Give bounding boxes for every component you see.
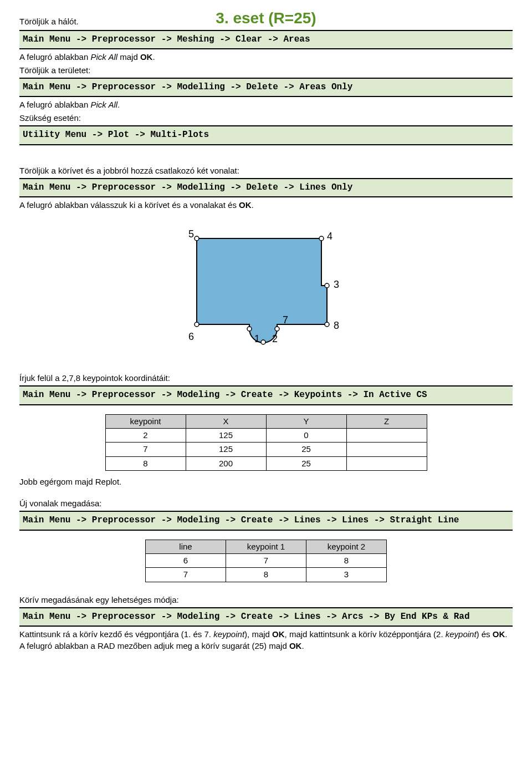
arc-method-label: Körív megadásának egy lehetséges módja: [19,594,513,606]
command-clear-areas: Main Menu -> Preprocessor -> Meshing -> … [19,30,513,50]
title-row: 3. eset (R=25) Töröljük a hálót. [19,6,513,29]
text: ) és [477,629,493,639]
text: Kattintsunk rá a körív kezdő és végpontj… [19,629,213,639]
new-lines-label: Új vonalak megadása: [19,498,513,509]
text: ), majd [244,629,272,639]
table-header: keypoint X Y Z [105,414,427,428]
command-delete-areas: Main Menu -> Preprocessor -> Modelling -… [19,78,513,98]
note-pickall: A felugró ablakban Pick All. [19,99,513,110]
table-row: 8 200 25 [105,456,427,470]
kp2: 2 [272,333,278,344]
table-row: 6 7 8 [146,554,387,568]
col-kp1: keypoint 1 [226,540,306,553]
kp3: 3 [334,279,339,290]
overwrite-kp-label: Írjuk felül a 2,7,8 keypointok koordinát… [19,373,513,384]
text: . [117,100,120,109]
arc-instructions: Kattintsunk rá a körív kezdő és végpontj… [19,629,513,652]
ok: OK [239,200,252,210]
keypoint: keypoint [213,629,244,639]
keypoints-table: keypoint X Y Z 2 125 0 7 125 25 8 200 25 [105,414,427,471]
text: . [252,200,254,210]
if-needed-label: Szükség esetén: [19,113,513,124]
svg-point-3 [325,322,329,327]
pickall: Pick All [90,100,117,109]
col-x: X [186,414,266,428]
table-row: 2 125 0 [105,429,427,443]
command-arc-by-end-kps: Main Menu -> Preprocessor -> Modeling ->… [19,607,513,627]
col-kp2: keypoint 2 [306,540,387,553]
command-create-keypoints: Main Menu -> Preprocessor -> Modeling ->… [19,385,513,405]
figure-keypoints: 5 4 3 8 7 2 1 6 [19,219,513,360]
page-title: 3. eset (R=25) [19,6,513,29]
table-header: line keypoint 1 keypoint 2 [146,540,387,553]
ok: OK [493,629,505,639]
pickall: Pick All [90,52,117,62]
text: A felugró ablakban [19,52,90,62]
svg-point-4 [275,327,279,331]
col-z: Z [346,414,427,428]
command-straight-line: Main Menu -> Preprocessor -> Modeling ->… [19,511,513,531]
kp7: 7 [283,314,288,326]
select-arc-lines: A felugró ablakban válasszuk ki a köríve… [19,200,513,211]
svg-point-5 [261,340,265,344]
svg-point-6 [247,327,252,331]
kp5: 5 [188,228,194,240]
ok: OK [289,641,302,650]
table-row: 7 125 25 [105,443,427,456]
kp1: 1 [254,333,260,344]
col-keypoint: keypoint [105,414,186,428]
text: . [152,52,155,62]
svg-point-0 [195,236,199,241]
ok: OK [272,629,285,639]
delete-area-label: Töröljük a területet: [19,65,513,76]
kp4: 4 [327,231,332,242]
text: . [301,641,304,650]
text: A felugró ablakban [19,100,90,109]
note-pickall-ok: A felugró ablakban Pick All majd OK. [19,52,513,63]
svg-point-2 [325,283,329,288]
delete-lines-label: Töröljük a körívet és a jobbról hozzá cs… [19,165,513,176]
col-y: Y [266,414,346,428]
kp6: 6 [188,331,194,342]
right-click-replot: Jobb egérgom majd Replot. [19,476,513,487]
kp8: 8 [334,320,339,331]
ok: OK [140,52,153,62]
col-line: line [146,540,226,553]
intro-delete-mesh: Töröljük a hálót. [19,16,79,27]
svg-point-1 [319,236,324,241]
table-row: 7 8 3 [146,568,387,582]
text: , majd kattintsunk a körív középpontjára… [285,629,446,639]
text: A felugró ablakban válasszuk ki a köríve… [19,200,239,210]
keypoint: keypoint [446,629,477,639]
svg-point-7 [195,322,199,327]
lines-table: line keypoint 1 keypoint 2 6 7 8 7 8 3 [145,540,387,582]
command-delete-lines: Main Menu -> Preprocessor -> Modelling -… [19,178,513,198]
text: majd [117,52,140,62]
command-multiplots: Utility Menu -> Plot -> Multi-Plots [19,125,513,145]
